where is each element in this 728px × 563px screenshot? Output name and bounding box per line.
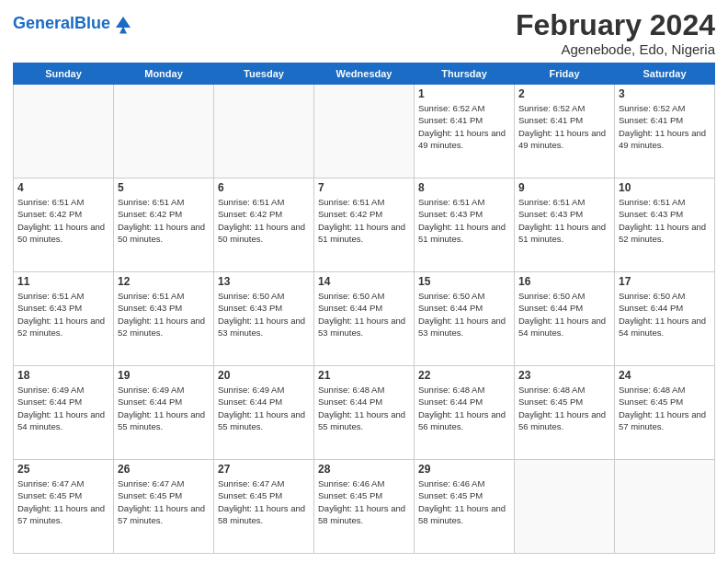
day-info: Sunrise: 6:50 AM Sunset: 6:43 PM Dayligh… <box>218 290 310 339</box>
day-number: 15 <box>418 275 510 288</box>
day-info: Sunrise: 6:51 AM Sunset: 6:42 PM Dayligh… <box>118 196 210 245</box>
day-number: 9 <box>518 181 610 194</box>
week-row-2: 11Sunrise: 6:51 AM Sunset: 6:43 PM Dayli… <box>14 272 715 366</box>
day-info: Sunrise: 6:51 AM Sunset: 6:42 PM Dayligh… <box>17 196 109 245</box>
day-number: 7 <box>318 181 410 194</box>
day-number: 2 <box>518 87 610 100</box>
day-info: Sunrise: 6:47 AM Sunset: 6:45 PM Dayligh… <box>17 477 109 526</box>
day-number: 3 <box>619 87 711 100</box>
day-cell: 8Sunrise: 6:51 AM Sunset: 6:43 PM Daylig… <box>415 178 515 272</box>
weekday-friday: Friday <box>515 63 615 85</box>
weekday-saturday: Saturday <box>615 63 715 85</box>
day-cell: 27Sunrise: 6:47 AM Sunset: 6:45 PM Dayli… <box>214 460 314 554</box>
main-title: February 2024 <box>516 9 715 41</box>
logo: GeneralBlue <box>13 13 134 35</box>
day-info: Sunrise: 6:51 AM Sunset: 6:43 PM Dayligh… <box>418 196 510 245</box>
day-cell: 3Sunrise: 6:52 AM Sunset: 6:41 PM Daylig… <box>615 85 715 178</box>
day-cell: 10Sunrise: 6:51 AM Sunset: 6:43 PM Dayli… <box>615 178 715 272</box>
day-info: Sunrise: 6:49 AM Sunset: 6:44 PM Dayligh… <box>17 384 109 432</box>
day-cell: 25Sunrise: 6:47 AM Sunset: 6:45 PM Dayli… <box>14 460 114 554</box>
day-info: Sunrise: 6:51 AM Sunset: 6:42 PM Dayligh… <box>218 196 310 245</box>
day-cell: 16Sunrise: 6:50 AM Sunset: 6:44 PM Dayli… <box>515 272 615 366</box>
day-cell: 13Sunrise: 6:50 AM Sunset: 6:43 PM Dayli… <box>214 272 314 366</box>
day-cell <box>515 460 615 554</box>
weekday-monday: Monday <box>114 63 214 85</box>
day-number: 17 <box>619 275 711 288</box>
week-row-4: 25Sunrise: 6:47 AM Sunset: 6:45 PM Dayli… <box>14 460 715 554</box>
header: GeneralBlue February 2024 Agenebode, Edo… <box>13 9 715 57</box>
day-cell: 15Sunrise: 6:50 AM Sunset: 6:44 PM Dayli… <box>415 272 515 366</box>
day-info: Sunrise: 6:49 AM Sunset: 6:44 PM Dayligh… <box>118 384 210 432</box>
day-number: 14 <box>318 275 410 288</box>
day-number: 19 <box>118 369 210 382</box>
logo-icon <box>112 13 134 35</box>
day-info: Sunrise: 6:52 AM Sunset: 6:41 PM Dayligh… <box>619 102 711 151</box>
day-cell: 28Sunrise: 6:46 AM Sunset: 6:45 PM Dayli… <box>314 460 415 554</box>
day-info: Sunrise: 6:47 AM Sunset: 6:45 PM Dayligh… <box>118 477 210 526</box>
weekday-wednesday: Wednesday <box>314 63 415 85</box>
day-cell: 1Sunrise: 6:52 AM Sunset: 6:41 PM Daylig… <box>415 85 515 178</box>
day-number: 1 <box>418 87 510 100</box>
day-number: 10 <box>619 181 711 194</box>
day-cell: 4Sunrise: 6:51 AM Sunset: 6:42 PM Daylig… <box>14 178 114 272</box>
svg-marker-0 <box>116 17 131 28</box>
weekday-thursday: Thursday <box>415 63 515 85</box>
day-info: Sunrise: 6:48 AM Sunset: 6:44 PM Dayligh… <box>318 384 410 432</box>
day-cell: 2Sunrise: 6:52 AM Sunset: 6:41 PM Daylig… <box>515 85 615 178</box>
day-number: 27 <box>218 463 310 476</box>
title-area: February 2024 Agenebode, Edo, Nigeria <box>516 9 715 57</box>
day-cell: 11Sunrise: 6:51 AM Sunset: 6:43 PM Dayli… <box>14 272 114 366</box>
day-number: 23 <box>518 369 610 382</box>
day-cell <box>114 85 214 178</box>
day-info: Sunrise: 6:52 AM Sunset: 6:41 PM Dayligh… <box>418 102 510 151</box>
day-cell: 26Sunrise: 6:47 AM Sunset: 6:45 PM Dayli… <box>114 460 214 554</box>
day-cell: 20Sunrise: 6:49 AM Sunset: 6:44 PM Dayli… <box>214 366 314 460</box>
day-cell: 7Sunrise: 6:51 AM Sunset: 6:42 PM Daylig… <box>314 178 415 272</box>
day-info: Sunrise: 6:47 AM Sunset: 6:45 PM Dayligh… <box>218 477 310 526</box>
week-row-0: 1Sunrise: 6:52 AM Sunset: 6:41 PM Daylig… <box>14 85 715 178</box>
day-number: 25 <box>17 463 109 476</box>
day-cell: 29Sunrise: 6:46 AM Sunset: 6:45 PM Dayli… <box>415 460 515 554</box>
day-cell: 23Sunrise: 6:48 AM Sunset: 6:45 PM Dayli… <box>515 366 615 460</box>
day-number: 22 <box>418 369 510 382</box>
day-cell: 18Sunrise: 6:49 AM Sunset: 6:44 PM Dayli… <box>14 366 114 460</box>
day-info: Sunrise: 6:46 AM Sunset: 6:45 PM Dayligh… <box>318 477 410 526</box>
weekday-header-row: SundayMondayTuesdayWednesdayThursdayFrid… <box>14 63 715 85</box>
day-number: 18 <box>17 369 109 382</box>
day-info: Sunrise: 6:48 AM Sunset: 6:45 PM Dayligh… <box>619 384 711 432</box>
day-cell: 6Sunrise: 6:51 AM Sunset: 6:42 PM Daylig… <box>214 178 314 272</box>
weekday-sunday: Sunday <box>14 63 114 85</box>
day-number: 16 <box>518 275 610 288</box>
day-number: 13 <box>218 275 310 288</box>
day-number: 8 <box>418 181 510 194</box>
day-info: Sunrise: 6:46 AM Sunset: 6:45 PM Dayligh… <box>418 477 510 526</box>
day-number: 12 <box>118 275 210 288</box>
day-cell <box>314 85 415 178</box>
day-info: Sunrise: 6:50 AM Sunset: 6:44 PM Dayligh… <box>518 290 610 339</box>
day-cell: 12Sunrise: 6:51 AM Sunset: 6:43 PM Dayli… <box>114 272 214 366</box>
day-cell: 17Sunrise: 6:50 AM Sunset: 6:44 PM Dayli… <box>615 272 715 366</box>
day-info: Sunrise: 6:51 AM Sunset: 6:43 PM Dayligh… <box>518 196 610 245</box>
day-info: Sunrise: 6:50 AM Sunset: 6:44 PM Dayligh… <box>418 290 510 339</box>
page: GeneralBlue February 2024 Agenebode, Edo… <box>0 0 728 563</box>
day-info: Sunrise: 6:48 AM Sunset: 6:44 PM Dayligh… <box>418 384 510 432</box>
day-number: 21 <box>318 369 410 382</box>
day-cell: 14Sunrise: 6:50 AM Sunset: 6:44 PM Dayli… <box>314 272 415 366</box>
day-number: 26 <box>118 463 210 476</box>
day-cell: 21Sunrise: 6:48 AM Sunset: 6:44 PM Dayli… <box>314 366 415 460</box>
week-row-1: 4Sunrise: 6:51 AM Sunset: 6:42 PM Daylig… <box>14 178 715 272</box>
day-cell: 9Sunrise: 6:51 AM Sunset: 6:43 PM Daylig… <box>515 178 615 272</box>
day-info: Sunrise: 6:52 AM Sunset: 6:41 PM Dayligh… <box>518 102 610 151</box>
day-number: 29 <box>418 463 510 476</box>
logo-text: GeneralBlue <box>13 15 110 33</box>
weekday-tuesday: Tuesday <box>214 63 314 85</box>
day-number: 11 <box>17 275 109 288</box>
day-info: Sunrise: 6:51 AM Sunset: 6:43 PM Dayligh… <box>17 290 109 339</box>
day-info: Sunrise: 6:51 AM Sunset: 6:42 PM Dayligh… <box>318 196 410 245</box>
day-cell <box>14 85 114 178</box>
day-info: Sunrise: 6:51 AM Sunset: 6:43 PM Dayligh… <box>118 290 210 339</box>
day-number: 5 <box>118 181 210 194</box>
subtitle: Agenebode, Edo, Nigeria <box>516 41 715 57</box>
calendar-table: SundayMondayTuesdayWednesdayThursdayFrid… <box>13 63 715 554</box>
day-cell: 24Sunrise: 6:48 AM Sunset: 6:45 PM Dayli… <box>615 366 715 460</box>
